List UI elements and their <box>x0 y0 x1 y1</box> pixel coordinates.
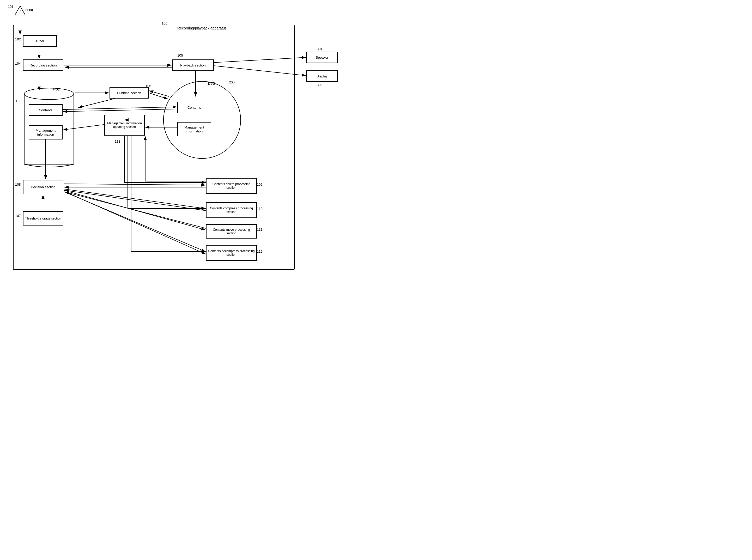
playback-section-box: Playback section <box>172 59 214 71</box>
ref-102: 102 <box>15 37 21 41</box>
dvd-mgmt-label: Management information <box>179 125 210 133</box>
ref-301: 301 <box>317 47 322 51</box>
contents-move-box: Contents move processing section <box>206 224 257 239</box>
threshold-storage-box: Threshold storage section <box>23 211 63 225</box>
contents-delete-label: Contents delete processing section <box>207 182 255 189</box>
contents-decompress-box: Contents decompress processing section <box>206 245 257 261</box>
ref-112: 112 <box>257 249 262 254</box>
tuner-label: Tuner <box>36 39 44 43</box>
hdd-mgmt-label: Management information <box>30 128 61 136</box>
mgmt-updating-box: Management information updating section <box>104 115 145 136</box>
ref-104: 104 <box>15 62 21 65</box>
ref-107: 107 <box>15 214 21 218</box>
recording-section-label: Recording section <box>29 63 57 67</box>
ref-109: 109 <box>257 182 262 186</box>
threshold-storage-label: Threshold storage section <box>25 217 61 220</box>
ref-113: 113 <box>115 139 120 143</box>
dvd-mgmt-box: Management information <box>177 122 211 136</box>
dvd-disk: DVD <box>167 80 237 161</box>
dvd-contents-box: Contents <box>177 102 211 113</box>
ref-101: 101 <box>8 5 14 8</box>
display-label: Display <box>317 74 328 78</box>
decision-section-box: Decision section <box>23 180 63 194</box>
ref-103: 103 <box>16 99 21 103</box>
mgmt-updating-label: Management information updating section <box>106 121 143 129</box>
display-box: Display <box>306 71 338 82</box>
dubbing-section-label: Dubbing section <box>117 91 141 95</box>
ref-106: 106 <box>145 84 151 88</box>
tuner-box: Tuner <box>23 35 57 47</box>
ref-108: 108 <box>15 182 21 186</box>
contents-compress-box: Contents compress processing section <box>206 202 257 218</box>
speaker-box: Speaker <box>306 52 338 63</box>
speaker-label: Speaker <box>316 56 328 59</box>
ref-200: 200 <box>229 80 235 84</box>
ref-110: 110 <box>257 207 262 211</box>
ref-302: 302 <box>317 83 322 87</box>
hdd-label: HDD <box>53 87 60 91</box>
hdd-mgmt-box: Management information <box>29 125 63 139</box>
contents-compress-label: Contents compress processing section <box>207 206 255 214</box>
contents-decompress-label: Contents decompress processing section <box>207 249 255 257</box>
recording-section-box: Recording section <box>23 59 63 71</box>
svg-point-3 <box>24 88 74 100</box>
svg-point-4 <box>163 81 241 159</box>
hdd-contents-label: Contents <box>39 108 53 112</box>
diagram-container: 101 Antenna Recording/playback apparatus… <box>0 0 376 280</box>
decision-section-label: Decision section <box>31 185 56 189</box>
antenna-label: Antenna <box>20 8 33 12</box>
contents-move-label: Contents move processing section <box>207 228 255 235</box>
dvd-label: DVD <box>208 82 215 85</box>
playback-section-label: Playback section <box>180 63 206 67</box>
ref-111: 111 <box>257 227 262 232</box>
contents-delete-box: Contents delete processing section <box>206 178 257 194</box>
dubbing-section-box: Dubbing section <box>110 87 149 99</box>
hdd-contents-box: Contents <box>29 104 63 116</box>
ref-100: 100 <box>162 21 167 25</box>
ref-105: 105 <box>177 54 183 57</box>
apparatus-label: Recording/playback apparatus <box>177 26 226 30</box>
dvd-contents-label: Contents <box>187 105 201 109</box>
